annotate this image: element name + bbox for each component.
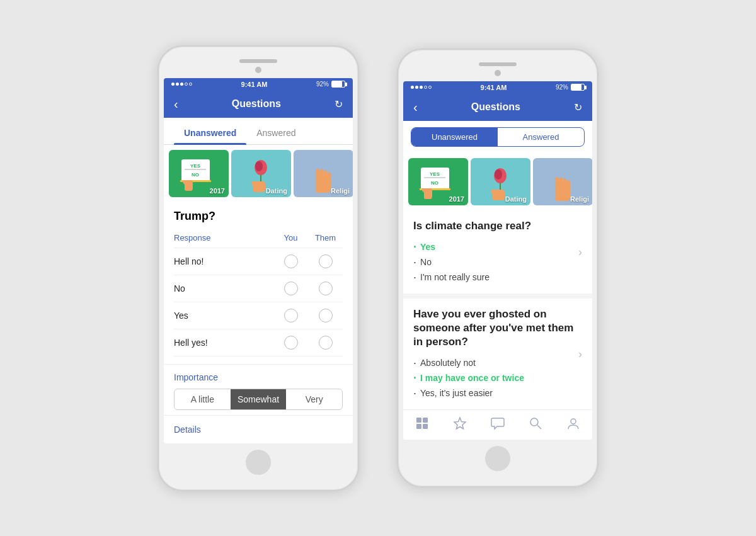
header-them: Them [308, 233, 343, 242]
cat-label-religion-right: Religi [570, 195, 589, 203]
tab-answered-left[interactable]: Answered [246, 124, 306, 144]
category-dating-right[interactable]: Dating [471, 158, 530, 205]
camera-right [495, 70, 501, 76]
battery-icon-left [331, 81, 345, 88]
question-section-left: Trump? Response You Them Hell no! No [164, 202, 353, 364]
svg-text:YES: YES [430, 171, 440, 177]
answer-absolutely-ghosted[interactable]: Absolutely not [413, 355, 582, 370]
screen-left: 9:41 AM 92% ‹ Questions ↻ Unanswered Ans… [164, 78, 353, 443]
grid-icon [415, 416, 429, 430]
svg-line-22 [537, 425, 541, 429]
home-button-right[interactable] [485, 446, 510, 471]
response-row-3: Hell yes! [174, 329, 343, 356]
question-item-climate[interactable]: Is climate change real? Yes No I'm not r… [403, 210, 592, 299]
header-you: You [273, 233, 308, 242]
segmented-control: Unanswered Answered [411, 127, 585, 147]
header-label: Response [174, 233, 273, 242]
radio-them-3[interactable] [308, 336, 343, 350]
radio-btn-them-2[interactable] [319, 309, 333, 322]
status-right-right: 92% [556, 84, 585, 91]
dot1 [171, 83, 175, 86]
response-text-2: Yes [174, 311, 273, 321]
svg-point-23 [571, 419, 576, 424]
radio-btn-you-0[interactable] [284, 254, 298, 268]
rdot3 [420, 86, 423, 89]
battery-fill-left [332, 81, 342, 87]
app-container: 9:41 AM 92% ‹ Questions ↻ Unanswered Ans… [0, 20, 756, 516]
segmented-answered[interactable]: Answered [498, 128, 584, 146]
refresh-button-left[interactable]: ↻ [335, 98, 343, 110]
question-item-ghosted[interactable]: Have you ever ghosted on someone after y… [403, 299, 592, 409]
response-row-0: Hell no! [174, 248, 343, 275]
dot5 [189, 83, 192, 86]
battery-icon-right [571, 84, 585, 91]
details-link[interactable]: Details [164, 415, 353, 443]
battery-percent-right: 92% [556, 84, 568, 91]
answer-notsure-climate[interactable]: I'm not really sure [413, 270, 582, 285]
answer-yeseasier-ghosted[interactable]: Yes, it's just easier [413, 385, 582, 401]
answer-maybeonce-ghosted[interactable]: I may have once or twice [413, 370, 582, 385]
answer-no-climate[interactable]: No [413, 254, 582, 270]
nav-icon-grid[interactable] [411, 416, 433, 433]
back-button-left[interactable]: ‹ [174, 97, 178, 111]
status-right-left: 92% [316, 81, 345, 88]
radio-btn-you-2[interactable] [284, 309, 298, 322]
category-2017-right[interactable]: YES NO 2017 [408, 158, 468, 205]
phone-top-left [164, 59, 353, 73]
importance-alittle[interactable]: A little [175, 389, 231, 409]
question-title-ghosted: Have you ever ghosted on someone after y… [413, 307, 582, 349]
importance-somewhat[interactable]: Somewhat [231, 389, 287, 409]
camera-left [255, 67, 261, 73]
nav-bar-left: ‹ Questions ↻ [164, 91, 353, 118]
radio-you-2[interactable] [273, 309, 308, 322]
radio-btn-them-3[interactable] [319, 336, 333, 350]
phone-left: 9:41 AM 92% ‹ Questions ↻ Unanswered Ans… [158, 45, 359, 491]
segmented-unanswered[interactable]: Unanswered [411, 128, 498, 146]
category-2017-left[interactable]: YES NO 2017 [169, 150, 229, 197]
radio-them-2[interactable] [308, 309, 343, 322]
svg-point-21 [530, 418, 538, 426]
category-religion-right[interactable]: Religi [533, 158, 592, 205]
response-row-1: No [174, 275, 343, 302]
status-bar-left: 9:41 AM 92% [164, 78, 353, 91]
phone-top-right [403, 62, 592, 76]
status-time-left: 9:41 AM [241, 81, 268, 88]
category-dating-left[interactable]: Dating [231, 150, 291, 197]
radio-btn-you-3[interactable] [284, 336, 298, 350]
answer-yes-climate[interactable]: Yes [413, 239, 582, 254]
categories-right: YES NO 2017 Dating [403, 153, 592, 210]
nav-icon-chat[interactable] [486, 416, 509, 433]
tab-unanswered-left[interactable]: Unanswered [174, 124, 246, 144]
refresh-button-right[interactable]: ↻ [574, 101, 582, 113]
radio-btn-them-1[interactable] [319, 282, 333, 295]
nav-icon-search[interactable] [524, 416, 547, 433]
nav-title-right: Questions [418, 101, 574, 113]
back-button-right[interactable]: ‹ [413, 100, 418, 115]
question-title-left: Trump? [174, 210, 343, 223]
nav-icon-profile[interactable] [562, 416, 585, 433]
screen-right: 9:41 AM 92% ‹ Questions ↻ Unanswered Ans… [403, 81, 592, 440]
question-title-climate: Is climate change real? [413, 219, 582, 233]
rdot2 [415, 86, 418, 89]
nav-icon-star[interactable] [449, 416, 471, 433]
home-button-left[interactable] [246, 450, 271, 475]
radio-them-0[interactable] [308, 254, 343, 268]
radio-you-1[interactable] [273, 282, 308, 295]
radio-you-3[interactable] [273, 336, 308, 350]
category-religion-left[interactable]: Religi [294, 150, 353, 197]
battery-percent-left: 92% [316, 81, 329, 88]
svg-text:YES: YES [190, 163, 201, 169]
radio-btn-you-1[interactable] [284, 282, 298, 295]
radio-them-1[interactable] [308, 282, 343, 295]
svg-marker-20 [454, 418, 466, 429]
radio-you-0[interactable] [273, 254, 308, 268]
svg-rect-19 [423, 424, 428, 429]
search-icon [529, 416, 542, 430]
response-text-1: No [174, 283, 273, 294]
radio-btn-them-0[interactable] [319, 254, 333, 268]
importance-very[interactable]: Very [286, 389, 342, 409]
profile-icon [566, 416, 580, 430]
svg-point-15 [495, 169, 502, 180]
signal-dots-right [411, 86, 432, 89]
importance-buttons: A little Somewhat Very [174, 389, 343, 410]
